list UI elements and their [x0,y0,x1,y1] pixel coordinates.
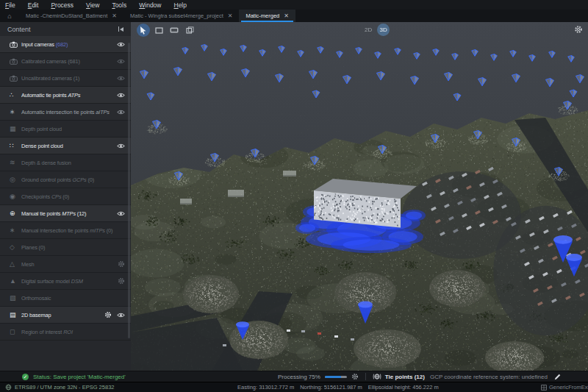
sidebar-item-label: Checkpoints CPs (0) [21,193,123,200]
roi-icon: ◻ [10,328,21,335]
tab-label: Matic - Wingtra subset4merge_project [130,13,223,19]
camera-icon [10,41,21,48]
sidebar-scrollbar[interactable] [128,43,130,338]
cp-icon: ◉ [10,193,21,200]
collapse-panel-icon[interactable] [118,26,124,32]
main-area: Content Input cameras (682)Calibrated ca… [0,22,588,371]
sidebar-item-region-of-interest[interactable]: ◻Region of interest ROI [0,324,131,341]
viewport-settings-gear-icon[interactable] [574,25,583,34]
sidebar-item-label: Input cameras (682) [21,41,115,48]
sidebar-item-label: Uncalibrated cameras (1) [21,75,115,82]
sidebar-item-digital-surface-model[interactable]: ▲Digital surface model DSM [0,273,131,290]
camera-icon [10,75,21,82]
sidebar-item-depth-point-cloud[interactable]: ▦Depth point cloud [0,121,131,138]
rect-select-tool-icon[interactable] [152,24,165,37]
sidebar-item-input-cameras[interactable]: Input cameras (682) [0,36,131,53]
content-panel-header: Content [0,22,131,36]
menu-item-window[interactable]: Window [139,1,161,9]
tie-points-icon [373,372,381,381]
visibility-eye-icon[interactable] [117,42,125,47]
sidebar-item-label: Automatic intersection tie points aITPs [21,109,115,115]
visibility-eye-icon[interactable] [117,143,125,149]
pose-source-icon [541,385,547,391]
pose-source: GenericFromExif [541,384,588,391]
fusion-icon: ≋ [10,159,21,166]
sidebar-item-label: Manual intersection tie points mITPs (0) [21,227,123,234]
easting-value: Easting: 313012.772 m [237,384,294,391]
tie-points-label: Tie points (12) [385,374,425,380]
sidebar-item-label: Dense point cloud [21,143,115,149]
visibility-eye-icon[interactable] [117,76,125,81]
sidebar-item-planes[interactable]: ◇Planes (0) [0,239,131,256]
menu-item-edit[interactable]: Edit [28,1,39,9]
basemap-icon: ▤ [10,311,21,318]
tab-close-icon[interactable]: ✕ [284,13,289,19]
visibility-eye-icon[interactable] [117,93,125,98]
visibility-eye-icon[interactable] [117,313,125,318]
visibility-eye-icon[interactable] [117,59,125,64]
tie-icon: ∴ [10,91,21,99]
sidebar-item-label: Calibrated cameras (681) [21,58,115,65]
tab-matic-chemindustand-batiment[interactable]: Matic -CheminDuStand_Batiment✕ [19,10,123,22]
edit-crs-pencil-icon[interactable] [554,374,561,380]
sidebar-item-ground-control-points[interactable]: ◎Ground control points GCPs (0) [0,171,131,188]
home-icon[interactable]: ⌂ [0,10,19,22]
height-value: Ellipsoidal height: 456.222 m [368,384,439,391]
processing-progressbar [325,376,347,378]
tab-matic-wingtra-subset4merge-project[interactable]: Matic - Wingtra subset4merge_project✕ [123,10,239,22]
sidebar-item-manual-intersection-tie-points[interactable]: ∗Manual intersection tie points mITPs (0… [0,222,131,239]
visibility-eye-icon[interactable] [117,110,125,115]
item-settings-gear-icon[interactable] [104,311,112,318]
point-cloud-scene[interactable] [131,22,588,371]
sidebar-item-label: Depth & dense fusion [21,160,123,166]
view-2d-button[interactable]: 2D [365,26,372,33]
mtp-icon: ⊕ [10,210,21,217]
sidebar-item-label: Automatic tie points ATPs [21,92,115,99]
dsm-icon: ▲ [10,277,21,285]
tab-close-icon[interactable]: ✕ [228,13,233,19]
visibility-eye-icon[interactable] [117,211,125,216]
camera-icon [10,58,21,65]
coordinates-bar: ETRS89 / UTM zone 32N - EPSG 25832 Easti… [0,382,588,392]
sidebar-item-label: Mesh [21,261,115,268]
content-panel: Content Input cameras (682)Calibrated ca… [0,22,131,371]
pointer-tool-icon[interactable] [137,24,150,37]
sidebar-item-label: Region of interest ROI [21,329,123,335]
crs-label: ETRS89 / UTM zone 32N - EPSG 25832 [15,384,114,391]
sidebar-item-dense-point-cloud[interactable]: ∷Dense point cloud [0,138,131,154]
tab-label: Matic-merged [245,13,279,19]
viewport-3d: 2D 3D [131,22,588,371]
menu-bar: FileEditProcessViewToolsWindowHelp [0,0,588,10]
tab-label: Matic -CheminDuStand_Batiment [26,13,107,19]
clip-tool-icon[interactable] [183,24,196,37]
item-settings-gear-icon[interactable] [118,277,125,285]
menu-item-tools[interactable]: Tools [112,1,126,9]
processing-settings-gear-icon[interactable] [351,373,359,380]
sidebar-item-2d-basemap[interactable]: ▤2D basemap [0,307,131,324]
menu-item-process[interactable]: Process [51,1,74,9]
sidebar-item-checkpoints[interactable]: ◉Checkpoints CPs (0) [0,188,131,205]
intersect-icon: ∗ [10,227,21,234]
item-settings-gear-icon[interactable] [118,260,125,268]
panel-title: Content [7,26,31,33]
menu-item-help[interactable]: Help [173,1,186,9]
sidebar-item-automatic-tie-points[interactable]: ∴Automatic tie points ATPs [0,87,131,104]
view-3d-button[interactable]: 3D [377,24,390,36]
menu-item-view[interactable]: View [86,1,99,9]
gcp-crs-label: GCP coordinate reference system: undefin… [430,374,548,380]
sidebar-item-label: Ground control points GCPs (0) [21,177,123,183]
tab-matic-merged[interactable]: Matic-merged✕ [239,10,295,22]
sidebar-item-depth-dense-fusion[interactable]: ≋Depth & dense fusion [0,154,131,171]
viewport-toolbar [137,24,196,37]
sidebar-item-calibrated-cameras[interactable]: Calibrated cameras (681) [0,53,131,70]
mesh-icon: △ [10,260,21,268]
menu-item-file[interactable]: File [5,1,15,9]
sidebar-item-mesh[interactable]: △Mesh [0,256,131,273]
sidebar-item-orthomosaic[interactable]: ▧Orthomosaic [0,290,131,307]
sidebar-item-manual-tie-points[interactable]: ⊕Manual tie points MTPs (12) [0,205,131,222]
tab-close-icon[interactable]: ✕ [112,13,117,19]
tab-bar: ⌂ Matic -CheminDuStand_Batiment✕Matic - … [0,10,588,22]
sidebar-item-uncalibrated-cameras[interactable]: Uncalibrated cameras (1) [0,70,131,87]
image-tool-icon[interactable] [168,24,181,37]
sidebar-item-automatic-intersection-tie-points[interactable]: ∗Automatic intersection tie points aITPs [0,104,131,121]
